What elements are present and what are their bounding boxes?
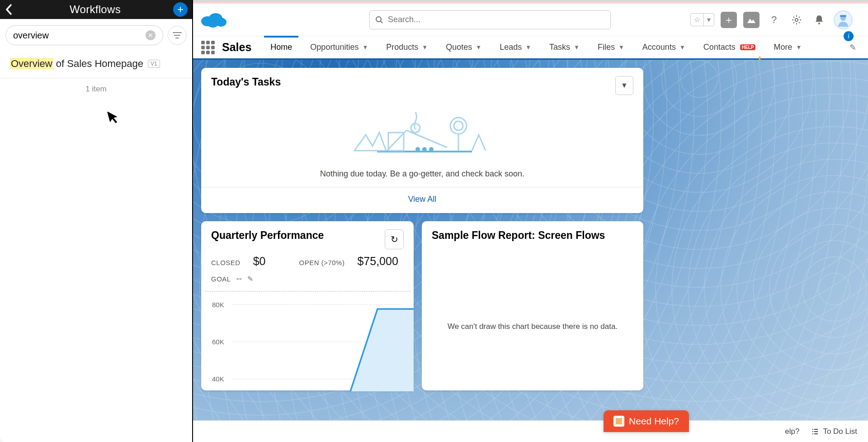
sidebar-search-box[interactable]: ✕: [5, 25, 163, 45]
nav-tab-more[interactable]: More▼: [766, 36, 809, 58]
refresh-button[interactable]: ↻: [385, 229, 404, 249]
star-icon[interactable]: ☆: [691, 14, 703, 26]
sidebar-search-row: ✕: [0, 19, 192, 52]
app-name: Sales: [222, 41, 251, 54]
chevron-down-icon[interactable]: ▾: [703, 14, 714, 26]
search-icon: [375, 16, 383, 24]
notification-bell-icon[interactable]: [811, 12, 827, 28]
app-launcher-icon[interactable]: [201, 41, 215, 54]
chevron-down-icon[interactable]: ▼: [679, 44, 685, 51]
workflow-result-item[interactable]: Overview of Sales Homepage V1: [0, 52, 192, 78]
setup-gear-icon[interactable]: [788, 12, 805, 28]
global-search-input[interactable]: [388, 15, 605, 24]
svg-point-21: [429, 147, 434, 152]
svg-rect-10: [840, 15, 846, 17]
svg-line-14: [406, 130, 447, 147]
chevron-down-icon[interactable]: ▼: [525, 44, 531, 51]
need-help-button[interactable]: Need Help?: [604, 410, 689, 432]
tasks-empty-text: Nothing due today. Be a go-getter, and c…: [201, 166, 643, 187]
tasks-view-all-link[interactable]: View All: [201, 187, 643, 213]
list-icon: [811, 428, 819, 436]
qp-metrics: CLOSED $0 OPEN (>70%) $75,000: [201, 253, 414, 272]
chevron-down-icon[interactable]: ▼: [574, 44, 580, 51]
global-header: ☆ ▾ ＋ ? i: [193, 4, 868, 36]
chevron-down-icon[interactable]: ▼: [618, 44, 624, 51]
result-text: Overview of Sales Homepage: [10, 58, 143, 70]
nav-tab-home[interactable]: Home: [263, 36, 299, 58]
nav-tab-accounts[interactable]: Accounts▼: [635, 36, 693, 58]
svg-point-19: [415, 147, 420, 152]
favorites-split-button[interactable]: ☆ ▾: [690, 13, 714, 26]
sidebar-search-input[interactable]: [13, 30, 146, 41]
global-add-button[interactable]: ＋: [721, 12, 737, 28]
goal-value: --: [236, 274, 242, 284]
empty-illustration: [201, 99, 643, 166]
utility-bar: elp? To Do List: [193, 420, 868, 442]
nav-tab-products[interactable]: Products▼: [379, 36, 435, 58]
filter-button[interactable]: [168, 26, 187, 45]
y-tick: 60K: [212, 338, 224, 346]
salesforce-app: ☆ ▾ ＋ ? i Sales Home Opportunities▼ P: [193, 0, 868, 442]
nav-tab-leads[interactable]: Leads▼: [492, 36, 538, 58]
sidebar-title: Workflows: [17, 3, 173, 16]
version-badge: V1: [148, 60, 160, 68]
help-icon[interactable]: ?: [766, 12, 782, 28]
svg-point-16: [450, 118, 467, 134]
footer-help[interactable]: elp?: [785, 427, 799, 436]
workflows-sidebar: Workflows + ✕ Overview of Sales Homepage…: [0, 0, 193, 442]
edit-nav-icon[interactable]: ✎: [846, 43, 860, 52]
svg-point-20: [422, 147, 427, 152]
nav-tab-files[interactable]: Files▼: [590, 36, 632, 58]
svg-point-4: [376, 17, 381, 22]
salesforce-logo: [199, 10, 227, 30]
home-canvas: Today's Tasks ▼: [193, 60, 868, 442]
nav-tab-tasks[interactable]: Tasks▼: [542, 36, 587, 58]
trailhead-icon[interactable]: [743, 12, 760, 28]
y-tick: 40K: [212, 375, 224, 383]
result-count: 1 item: [0, 78, 192, 100]
help-badge: HELP: [740, 44, 756, 50]
svg-point-17: [454, 121, 463, 130]
chevron-down-icon[interactable]: ▼: [362, 44, 368, 51]
sf-title: Sample Flow Report: Screen Flows: [432, 229, 605, 242]
qp-chart: 80K 60K 40K: [205, 291, 410, 390]
y-tick: 80K: [212, 301, 224, 309]
stop-icon: [613, 416, 624, 427]
tasks-title: Today's Tasks: [211, 76, 281, 88]
global-search[interactable]: [369, 10, 611, 29]
sample-flow-report-card: Sample Flow Report: Screen Flows We can'…: [422, 221, 643, 390]
svg-line-5: [381, 21, 382, 23]
quarterly-performance-card: Quarterly Performance ↻ CLOSED $0 OPEN (…: [201, 221, 414, 390]
back-button[interactable]: [5, 3, 13, 16]
svg-point-6: [795, 18, 798, 21]
app-navbar: Sales Home Opportunities▼ Products▼ Quot…: [193, 36, 868, 60]
chevron-down-icon[interactable]: ▼: [796, 44, 802, 51]
cursor-icon: [105, 107, 123, 131]
no-data-text: We can't draw this chart because there i…: [422, 245, 643, 331]
footer-todo-list[interactable]: To Do List: [811, 427, 857, 436]
add-workflow-button[interactable]: +: [173, 2, 188, 17]
nav-tab-quotes[interactable]: Quotes▼: [439, 36, 489, 58]
chevron-down-icon[interactable]: ▼: [422, 44, 428, 51]
clear-search-icon[interactable]: ✕: [146, 30, 156, 40]
chevron-down-icon[interactable]: ▼: [476, 44, 481, 51]
sidebar-header: Workflows +: [0, 0, 192, 19]
info-badge-icon[interactable]: i: [844, 31, 854, 41]
user-avatar[interactable]: i: [834, 10, 853, 29]
svg-point-7: [818, 23, 820, 24]
qp-title: Quarterly Performance: [211, 229, 324, 242]
tasks-menu-button[interactable]: ▼: [615, 76, 633, 95]
todays-tasks-card: Today's Tasks ▼: [201, 68, 643, 213]
header-actions: ☆ ▾ ＋ ? i: [690, 10, 853, 29]
edit-goal-icon[interactable]: ✎: [247, 275, 253, 283]
nav-tab-opportunities[interactable]: Opportunities▼: [303, 36, 375, 58]
nav-tab-contacts[interactable]: ContactsHELP👆: [696, 36, 763, 58]
goal-label: GOAL: [211, 275, 231, 283]
sidebar-body: [0, 100, 192, 442]
svg-point-3: [207, 19, 219, 28]
